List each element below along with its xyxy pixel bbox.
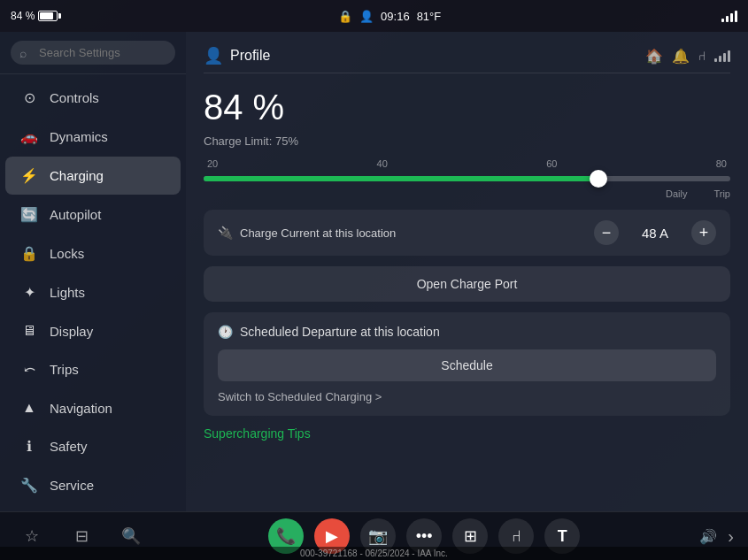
slider-track[interactable] bbox=[204, 176, 730, 181]
slider-daily-label: Daily bbox=[666, 188, 687, 199]
charge-current-controls: − 48 A + bbox=[594, 220, 716, 245]
charging-icon: ⚡ bbox=[19, 167, 39, 184]
footer-bar: 000-39721168 - 06/25/2024 - IAA Inc. bbox=[0, 547, 748, 560]
autopilot-icon: 🔄 bbox=[19, 206, 39, 223]
search-bar-container bbox=[0, 32, 186, 74]
slider-sublabels: Daily Trip bbox=[204, 188, 730, 199]
search-wrapper[interactable] bbox=[11, 41, 175, 65]
display-label: Display bbox=[50, 324, 93, 339]
sidebar-item-trips[interactable]: ⤺ Trips bbox=[5, 350, 181, 388]
profile-icon-top: 👤 bbox=[359, 10, 374, 23]
dynamics-icon: 🚗 bbox=[19, 128, 39, 145]
slider-labels: 20 40 60 80 bbox=[204, 158, 730, 169]
battery-percentage: 84 % bbox=[11, 10, 35, 22]
status-bar: 84 % 🔒 👤 09:16 81°F bbox=[0, 0, 748, 32]
volume-icon[interactable]: 🔊 bbox=[699, 528, 717, 545]
content-area: 👤 Profile 🏠 🔔 ⑁ 84 % Charge Limit: 75% 2 bbox=[186, 32, 748, 511]
status-bar-center: 🔒 👤 09:16 81°F bbox=[338, 10, 441, 23]
sidebar-item-display[interactable]: 🖥 Display bbox=[5, 312, 181, 349]
current-time: 09:16 bbox=[381, 10, 410, 23]
scheduled-departure-header: 🕐 Scheduled Departure at this location bbox=[218, 325, 716, 339]
charge-current-value: 48 A bbox=[633, 226, 677, 241]
charge-current-row: 🔌 Charge Current at this location − 48 A… bbox=[204, 210, 730, 256]
schedule-button-label: Schedule bbox=[441, 358, 492, 372]
scheduled-departure-label: Scheduled Departure at this location bbox=[240, 325, 440, 339]
battery-icon bbox=[38, 11, 58, 21]
locks-icon: 🔒 bbox=[19, 245, 39, 262]
signal-bars bbox=[721, 10, 737, 22]
status-bar-right bbox=[721, 10, 737, 22]
navigation-icon: ▲ bbox=[19, 400, 39, 416]
taskbar-right: 🔊 › bbox=[699, 526, 734, 547]
slider-trip-label: Trip bbox=[713, 188, 730, 199]
open-charge-port-button[interactable]: Open Charge Port bbox=[204, 266, 730, 302]
arrow-right-icon[interactable]: › bbox=[728, 526, 734, 547]
status-bar-left: 84 % bbox=[11, 10, 58, 22]
trips-icon: ⤺ bbox=[19, 361, 39, 378]
sidebar-item-charging[interactable]: ⚡ Charging bbox=[5, 157, 181, 195]
footer-text: 000-39721168 - 06/25/2024 - IAA Inc. bbox=[300, 548, 448, 558]
lights-icon: ✦ bbox=[19, 284, 39, 301]
controls-label: Controls bbox=[50, 90, 99, 105]
sidebar-item-autopilot[interactable]: 🔄 Autopilot bbox=[5, 196, 181, 234]
locks-label: Locks bbox=[50, 246, 84, 261]
slider-label-60: 60 bbox=[546, 158, 557, 169]
lights-label: Lights bbox=[50, 285, 85, 300]
header-icons: 🏠 🔔 ⑁ bbox=[645, 48, 730, 65]
slider-label-80: 80 bbox=[716, 158, 727, 169]
charge-percentage: 84 % bbox=[204, 88, 730, 127]
autopilot-label: Autopilot bbox=[50, 207, 101, 222]
sidebar-item-software[interactable]: ⬇ Software bbox=[5, 505, 181, 511]
service-label: Service bbox=[50, 478, 94, 493]
battery-indicator: 84 % bbox=[11, 10, 58, 22]
header-signal bbox=[714, 50, 730, 62]
sidebar-item-locks[interactable]: 🔒 Locks bbox=[5, 234, 181, 272]
sidebar-item-navigation[interactable]: ▲ Navigation bbox=[5, 389, 181, 426]
safety-label: Safety bbox=[50, 439, 88, 454]
charge-current-label-text: Charge Current at this location bbox=[240, 226, 396, 240]
supercharging-tips-link[interactable]: Supercharging Tips bbox=[204, 426, 730, 441]
safety-icon: ℹ bbox=[19, 438, 39, 455]
charging-label: Charging bbox=[50, 168, 104, 183]
dynamics-label: Dynamics bbox=[50, 129, 108, 144]
charge-current-label-container: 🔌 Charge Current at this location bbox=[218, 226, 396, 240]
search-input[interactable] bbox=[11, 41, 175, 65]
switch-charging-link[interactable]: Switch to Scheduled Charging > bbox=[218, 390, 716, 403]
bell-icon: 🔔 bbox=[672, 48, 690, 65]
charge-limit-label: Charge Limit: 75% bbox=[204, 134, 730, 148]
schedule-button[interactable]: Schedule bbox=[218, 349, 716, 381]
charge-slider-container[interactable]: 20 40 60 80 Daily Trip bbox=[204, 158, 730, 199]
home-icon: 🏠 bbox=[645, 48, 663, 65]
trips-label: Trips bbox=[50, 362, 79, 377]
controls-icon: ⊙ bbox=[19, 89, 39, 106]
sidebar-item-controls[interactable]: ⊙ Controls bbox=[5, 79, 181, 117]
main-ui: ⊙ Controls 🚗 Dynamics ⚡ Charging 🔄 Autop… bbox=[0, 32, 748, 511]
scheduled-departure-section: 🕐 Scheduled Departure at this location S… bbox=[204, 312, 730, 416]
sidebar-item-service[interactable]: 🔧 Service bbox=[5, 466, 181, 504]
sidebar-item-safety[interactable]: ℹ Safety bbox=[5, 427, 181, 465]
profile-label: Profile bbox=[230, 48, 270, 64]
sidebar-item-lights[interactable]: ✦ Lights bbox=[5, 273, 181, 311]
open-charge-port-label: Open Charge Port bbox=[417, 277, 518, 291]
slider-thumb[interactable] bbox=[590, 170, 607, 188]
bluetooth-icon: ⑁ bbox=[698, 49, 706, 63]
navigation-label: Navigation bbox=[50, 401, 112, 416]
sidebar: ⊙ Controls 🚗 Dynamics ⚡ Charging 🔄 Autop… bbox=[0, 32, 186, 511]
profile-icon-content: 👤 bbox=[204, 46, 223, 65]
content-header: 👤 Profile 🏠 🔔 ⑁ bbox=[204, 46, 730, 73]
service-icon: 🔧 bbox=[19, 477, 39, 494]
nav-items: ⊙ Controls 🚗 Dynamics ⚡ Charging 🔄 Autop… bbox=[0, 74, 186, 511]
display-icon: 🖥 bbox=[19, 323, 39, 339]
lock-icon: 🔒 bbox=[338, 10, 352, 23]
battery-fill bbox=[40, 12, 53, 19]
clock-icon: 🕐 bbox=[218, 325, 233, 339]
decrease-current-button[interactable]: − bbox=[594, 220, 619, 245]
slider-label-20: 20 bbox=[207, 158, 218, 169]
increase-current-button[interactable]: + bbox=[691, 220, 716, 245]
sidebar-item-dynamics[interactable]: 🚗 Dynamics bbox=[5, 118, 181, 156]
slider-label-40: 40 bbox=[377, 158, 388, 169]
slider-fill bbox=[204, 176, 598, 181]
temperature-display: 81°F bbox=[417, 10, 442, 23]
plug-icon: 🔌 bbox=[218, 226, 233, 240]
